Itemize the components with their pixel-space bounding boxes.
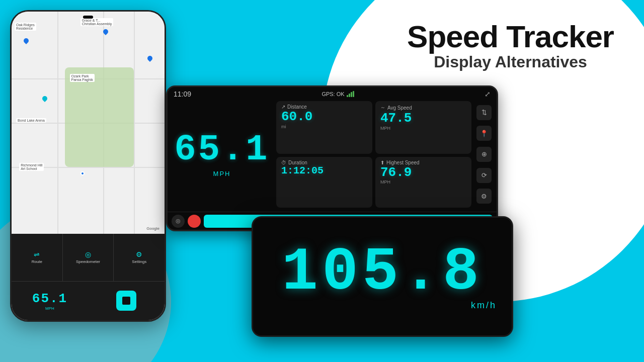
phone-nav: ⇌ Route ◎ Speedometer ⚙ Settings 65.1 MP… [12,234,165,320]
tablet-top-bar: 11:09 GPS: OK ⤢ [168,87,497,101]
tablet-device: 11:09 GPS: OK ⤢ 65.1 MPH ↗ [166,85,498,231]
phone-mockup-left: Oak RidgesResidence Grace & T...Christia… [10,10,166,322]
stat-card-distance: ↗ Distance 60.0 mi [276,101,372,154]
nav-label-speedometer: Speedometer [76,259,100,264]
google-logo: Google [146,226,159,231]
gps-bar-3 [351,92,352,97]
map-park [65,67,134,167]
phone-speed-display: 65.1 MPH [12,291,88,311]
avg-speed-icon: ～ [380,104,385,111]
nav-item-route[interactable]: ⇌ Route [12,234,63,281]
phone-speed-unit: MPH [45,306,54,311]
stop-button[interactable] [116,291,136,311]
tablet-speed-unit: MPH [213,170,231,177]
map-pin-cyan [41,95,48,102]
map-label: Ozark ParkPansa Paghik [70,74,95,82]
swap-icon-btn[interactable]: ⇅ [476,105,492,120]
settings-icon: ⚙ [136,250,142,258]
gps-bars [347,91,354,97]
tablet-right-icons: ⇅ 📍 ⊕ ⟳ ⚙ [475,101,493,208]
expand-icon[interactable]: ⤢ [485,90,491,98]
map-road [57,12,58,234]
phone-nav-top: ⇌ Route ◎ Speedometer ⚙ Settings [12,234,165,282]
tablet-screen: 11:09 GPS: OK ⤢ 65.1 MPH ↗ [168,87,497,230]
map-label: Bond Lake Arena [16,118,46,123]
gear-icon-btn[interactable]: ⚙ [476,189,492,204]
nav-label-settings: Settings [132,259,146,264]
stat-card-duration: ⏱ Duration 1:12:05 [276,157,372,208]
phone-nav-bottom: 65.1 MPH [12,282,165,320]
stat-value-avg-speed: 47.5 [380,111,466,126]
nav-label-route: Route [32,259,42,264]
nav-item-settings[interactable]: ⚙ Settings [114,234,165,281]
stat-value-highest-speed: 76.9 [380,165,466,180]
gps-bar-2 [349,94,350,97]
history-icon-btn[interactable]: ⟳ [476,168,492,183]
stat-card-highest-speed: ⬆ Highest Speed 76.9 MPH [375,157,471,208]
tablet-time: 11:09 [174,90,191,98]
speedometer-icon: ◎ [85,250,91,258]
phone-notch [83,16,93,19]
gps-bar-4 [353,91,354,97]
map-area[interactable]: Oak RidgesResidence Grace & T...Christia… [12,12,165,234]
stop-record-button[interactable] [188,215,201,228]
tablet-stats-grid: ↗ Distance 60.0 mi ～ Avg Speed 47.5 MPH [276,101,471,208]
device-front: 105.8 km/h [252,216,513,337]
tablet-speed-value: 65.1 [175,132,270,168]
map-label: Richmond HillArt School [19,163,44,171]
duration-icon: ⏱ [281,160,286,165]
stat-label-duration: ⏱ Duration [281,160,367,165]
map-road [134,12,135,234]
tablet-speed-main: 65.1 MPH [172,101,272,208]
gps-bar-1 [347,95,348,97]
stat-unit-highest-speed: MPH [380,179,466,185]
tablet-content: 65.1 MPH ↗ Distance 60.0 mi ～ Avg Speed [168,101,497,212]
stat-value-duration: 1:12:05 [281,165,367,176]
highest-speed-icon: ⬆ [380,160,384,165]
stat-value-distance: 60.0 [281,110,367,124]
map-settings-icon-btn[interactable]: ⊕ [476,147,492,162]
title-area: Speed Tracker Display Alternatives [407,20,614,71]
device-front-screen: 105.8 km/h [253,218,512,335]
stat-card-avg-speed: ～ Avg Speed 47.5 MPH [375,101,471,154]
phone-screen: Oak RidgesResidence Grace & T...Christia… [12,12,165,320]
map-label: Oak RidgesResidence [15,23,36,31]
app-title: Speed Tracker [407,20,614,53]
map-location-dot [80,171,85,175]
stat-label-highest-speed: ⬆ Highest Speed [380,160,466,165]
stat-unit-avg-speed: MPH [380,126,466,131]
location-icon-btn[interactable]: 📍 [476,126,492,141]
stop-button-area[interactable] [88,291,165,311]
map-pin-blue [146,55,153,62]
stat-label-avg-speed: ～ Avg Speed [380,104,466,111]
map-pin-blue [23,37,30,44]
stat-unit-distance: mi [281,124,367,129]
gps-indicator: GPS: OK [321,91,354,97]
front-speed-value: 105.8 [282,242,483,303]
stop-square-icon [122,297,130,305]
speedometer-bottom-icon[interactable]: ◎ [172,215,185,228]
app-subtitle: Display Alternatives [407,53,614,71]
phone-speed-value: 65.1 [32,291,67,306]
route-icon: ⇌ [34,250,40,258]
gps-label: GPS: OK [321,91,344,97]
nav-item-speedometer[interactable]: ◎ Speedometer [63,234,114,281]
map-label: Grace & T...Christian Assembly [80,18,114,26]
front-speed-unit: km/h [471,300,497,311]
